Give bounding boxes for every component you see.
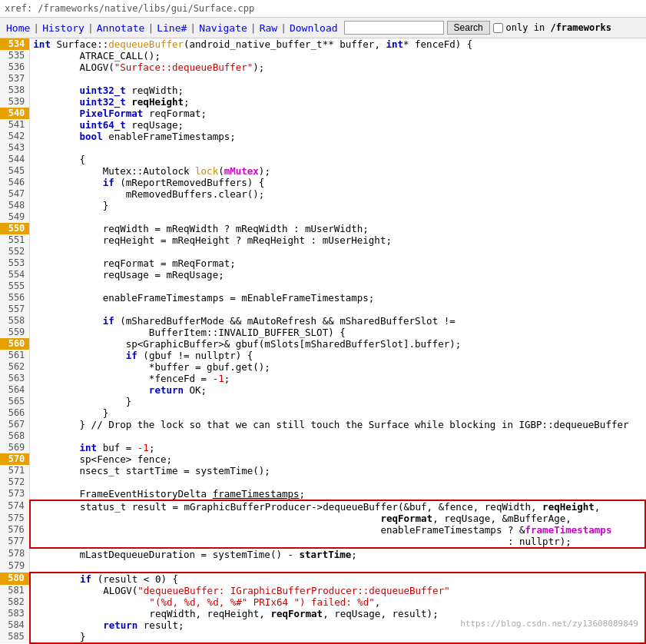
line-number: 562 [0,361,30,373]
line-number: 577 [0,536,30,548]
line-code: status_t result = mGraphicBufferProducer… [30,500,645,513]
line-code: Mutex::Autolock lock(mMutex); [30,165,645,177]
line-code: if (mSharedBufferMode && mAutoRefresh &&… [30,315,645,327]
nav-linenum[interactable]: Line# [155,22,188,34]
line-code [30,211,645,223]
line-number: 583 [0,608,30,619]
line-number: 549 [0,211,30,223]
line-code: ALOGV("dequeueBuffer: IGraphicBufferProd… [30,585,645,596]
line-number: 574 [0,500,30,513]
table-row: 575 reqFormat, reqUsage, &mBufferAge, [0,513,645,524]
table-row: 576 enableFrameTimestamps ? &frameTimest… [0,524,645,536]
table-row: 570 sp<Fence> fence; [0,453,645,465]
line-number: 559 [0,327,30,338]
table-row: 571 nsecs_t startTime = systemTime(); [0,465,645,476]
line-number: 534 [0,38,30,50]
line-number: 580 [0,573,30,585]
code-table: 534 int Surface::dequeueBuffer(android_n… [0,38,646,644]
only-in-checkbox[interactable] [493,23,503,33]
table-row: 560 sp<GraphicBuffer>& gbuf(mSlots[mShar… [0,338,645,350]
table-row: 551 reqHeight = mReqHeight ? mReqHeight … [0,234,645,246]
line-number: 552 [0,246,30,257]
table-row: 537 [0,73,645,85]
line-code: } // Drop the lock so that we can still … [30,419,645,430]
line-code: } [30,200,645,211]
nav-download[interactable]: Download [288,22,340,34]
table-row: 544 { [0,154,645,165]
line-number: 573 [0,488,30,500]
table-row: 546 if (mReportRemovedBuffers) { [0,177,645,188]
table-row: 566 } [0,407,645,419]
table-row: 553 reqFormat = mReqFormat; [0,257,645,269]
line-code: "(%d, %d, %d, %#" PRIx64 ") failed: %d", [30,596,645,608]
table-row: 579 [0,560,645,573]
line-code: int Surface::dequeueBuffer(android_nativ… [30,38,645,50]
line-code: uint32_t reqHeight; [30,96,645,108]
line-number: 557 [0,304,30,315]
search-button[interactable]: Search [447,21,490,35]
search-input[interactable] [344,21,444,35]
table-row: 569 int buf = -1; [0,442,645,453]
line-code: *fenceFd = -1; [30,373,645,384]
nav-history[interactable]: History [41,22,86,34]
line-number: 545 [0,165,30,177]
table-row: 555 [0,281,645,292]
table-row: 558 if (mSharedBufferMode && mAutoRefres… [0,315,645,327]
line-number: 570 [0,453,30,465]
line-code: if (result < 0) { [30,573,645,585]
table-row: 578 mLastDequeueDuration = systemTime() … [0,548,645,560]
line-code: : nullptr); [30,536,645,548]
line-code: BufferItem::INVALID_BUFFER_SLOT) { [30,327,645,338]
line-code: uint32_t reqWidth; [30,85,645,96]
line-number: 569 [0,442,30,453]
frameworks-label: /frameworks [550,22,611,33]
nav-annotate[interactable]: Annotate [95,22,147,34]
line-code: FrameEventHistoryDelta frameTimestamps; [30,488,645,500]
line-code: uint64_t reqUsage; [30,119,645,131]
line-number: 546 [0,177,30,188]
line-number: 537 [0,73,30,85]
line-code: { [30,154,645,165]
table-row: 573 FrameEventHistoryDelta frameTimestam… [0,488,645,500]
line-code: reqFormat, reqUsage, &mBufferAge, [30,513,645,524]
line-code: int buf = -1; [30,442,645,453]
table-row: 535 ATRACE_CALL(); [0,50,645,61]
table-row: 538 uint32_t reqWidth; [0,85,645,96]
path-text: xref: /frameworks/native/libs/gui/Surfac… [5,3,254,14]
table-row: 542 bool enableFrameTimestamps; [0,131,645,142]
table-row: 562 *buffer = gbuf.get(); [0,361,645,373]
line-code [30,430,645,442]
table-row: 540 PixelFormat reqFormat; [0,108,645,119]
line-code: sp<Fence> fence; [30,453,645,465]
nav-raw[interactable]: Raw [258,22,279,34]
line-number: 542 [0,131,30,142]
line-number: 584 [0,619,30,631]
line-code: mLastDequeueDuration = systemTime() - st… [30,548,645,560]
line-code: } [30,407,645,419]
line-code [30,476,645,488]
line-number: 567 [0,419,30,430]
line-code: reqWidth = mReqWidth ? mReqWidth : mUser… [30,223,645,234]
nav-home[interactable]: Home [5,22,31,34]
line-code: enableFrameTimestamps ? &frameTimestamps [30,524,645,536]
line-number: 551 [0,234,30,246]
line-number: 539 [0,96,30,108]
line-code: PixelFormat reqFormat; [30,108,645,119]
table-row: 577 : nullptr); [0,536,645,548]
only-in-label: only in /frameworks [506,22,611,33]
line-code: reqWidth, reqHeight, reqFormat, reqUsage… [30,608,645,619]
line-code: reqFormat = mReqFormat; [30,257,645,269]
table-row: 545 Mutex::Autolock lock(mMutex); [0,165,645,177]
line-number: 564 [0,384,30,396]
table-row: 547 mRemovedBuffers.clear(); [0,188,645,200]
table-row: 564 return OK; [0,384,645,396]
line-number: 561 [0,350,30,361]
line-number: 575 [0,513,30,524]
line-code: ATRACE_CALL(); [30,50,645,61]
nav-navigate[interactable]: Navigate [197,22,249,34]
line-number: 560 [0,338,30,350]
line-code: if (gbuf != nullptr) { [30,350,645,361]
line-code: } [30,631,645,643]
line-number: 553 [0,257,30,269]
table-row: 534 int Surface::dequeueBuffer(android_n… [0,38,645,50]
